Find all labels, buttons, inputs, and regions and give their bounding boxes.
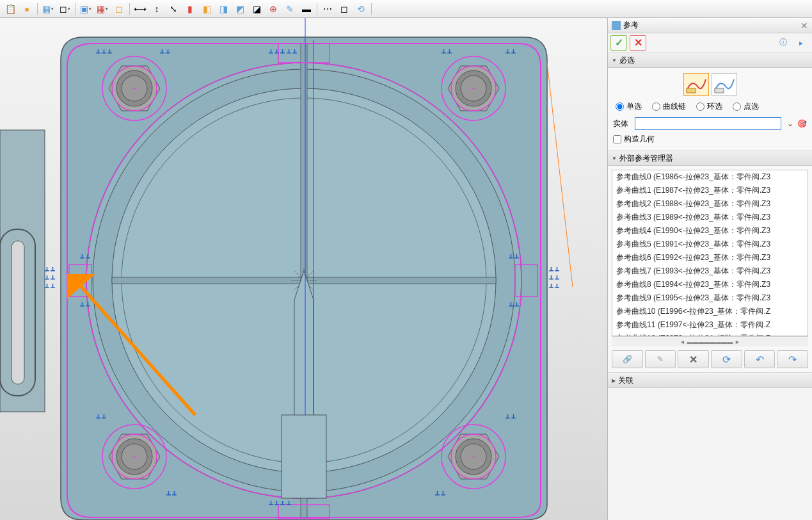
section-assoc-header[interactable]: 关联	[608, 373, 812, 388]
list-item[interactable]: 参考曲线7 (E1993<-拉伸23_基体：零件阀.Z3	[612, 264, 808, 278]
panel-header: 参考 ✕	[608, 18, 812, 33]
h-scrollbar[interactable]: ◄ ▬▬▬▬▬▬▬▬ ►	[612, 336, 808, 346]
svg-text:⊥ ⊥: ⊥ ⊥	[506, 414, 516, 419]
list-item[interactable]: 参考曲线5 (E1991<-拉伸23_基体：零件阀.Z3	[612, 238, 808, 251]
section-extref-label: 外部参考管理器	[619, 153, 673, 164]
svg-text:⊥ ⊥: ⊥ ⊥	[166, 491, 177, 496]
window-icon[interactable]: ▣	[78, 2, 93, 16]
panel-icon	[612, 21, 621, 30]
cancel-button[interactable]: ✕	[630, 35, 646, 51]
layer-icon[interactable]: ◪	[249, 2, 264, 16]
entity-label: 实体	[613, 118, 631, 129]
section-extref-body: 参考曲线0 (E1986<-拉伸23_基体：零件阀.Z3参考曲线1 (E1987…	[608, 166, 812, 373]
paste-icon[interactable]: 📋	[3, 2, 18, 16]
reference-panel: 参考 ✕ ✓ ✕ ⓘ ▸ 必选	[607, 18, 812, 520]
grid-icon[interactable]: ▦	[95, 2, 110, 16]
svg-text:⊥ ⊥: ⊥ ⊥	[435, 491, 445, 496]
edit-button[interactable]: ✎	[645, 350, 676, 368]
box-wire-icon[interactable]: ▦	[40, 2, 56, 16]
radio-ring[interactable]: 环选	[696, 101, 722, 112]
svg-text:⊥ ⊥: ⊥ ⊥	[506, 49, 516, 54]
radio-point[interactable]: 点选	[733, 101, 759, 112]
shade-icon[interactable]: ▬	[299, 2, 314, 16]
svg-text:⊥ ⊥: ⊥ ⊥	[80, 254, 90, 259]
refresh-button[interactable]: ⟳	[711, 350, 742, 368]
delete-button[interactable]: ✕	[678, 350, 709, 368]
select-box-icon[interactable]: ◻	[337, 2, 352, 16]
list-item[interactable]: 参考曲线2 (E1988<-拉伸23_基体：零件阀.Z3	[612, 197, 808, 211]
pencil-icon[interactable]: ✎	[282, 2, 298, 16]
svg-line-61	[547, 63, 573, 287]
dots-icon[interactable]: ⋯	[320, 2, 335, 16]
section-required-label: 必选	[619, 55, 635, 66]
section-required-header[interactable]: 必选	[608, 53, 812, 68]
undo-button[interactable]: ↶	[744, 350, 776, 368]
main-toolbar: 📋●▦◻▣▦◻⟷↕⤡▮◧◨◩◪⊕✎▬⋯◻⟲	[0, 0, 812, 18]
blank-icon[interactable]: ◻	[111, 2, 127, 16]
list-item[interactable]: 参考曲线1 (E1987<-拉伸23_基体：零件阀.Z3	[612, 184, 808, 197]
measure-icon[interactable]: ◧	[199, 2, 214, 16]
svg-rect-64	[715, 88, 724, 93]
list-item[interactable]: 参考曲线3 (E1989<-拉伸23_基体：零件阀.Z3	[612, 211, 808, 224]
cad-drawing: + + +	[0, 18, 607, 520]
panel-actionbar: ✓ ✕ ⓘ ▸	[608, 33, 812, 53]
radio-single[interactable]: 单选	[616, 101, 642, 112]
construct-geom-checkbox[interactable]	[613, 135, 621, 143]
list-item[interactable]: 参考曲线12 (E2076<-拉伸24_切除：零件阀.Z	[612, 332, 808, 336]
sphere-icon[interactable]: ●	[19, 2, 35, 16]
section-assoc-label: 关联	[618, 375, 633, 386]
expand-icon[interactable]: ⌄	[785, 118, 795, 129]
svg-text:+: +	[132, 85, 136, 92]
list-item[interactable]: 参考曲线10 (E1996<-拉伸23_基体：零件阀.Z	[612, 305, 808, 318]
svg-text:⊥ ⊥: ⊥ ⊥	[509, 302, 519, 307]
svg-text:⊥ ⊥: ⊥ ⊥	[45, 283, 55, 289]
target-icon[interactable]: ⊕	[266, 2, 281, 16]
bolt-tl: +	[102, 56, 166, 120]
ref-edit-buttons: 🔗 ✎ ✕ ⟳ ↶ ↷	[612, 350, 808, 368]
svg-text:⊥ ⊥: ⊥ ⊥	[45, 266, 55, 272]
dim-v-icon[interactable]: ↕	[149, 2, 164, 16]
list-item[interactable]: 参考曲线11 (E1997<-拉伸23_基体：零件阀.Z	[612, 318, 808, 332]
entity-input[interactable]	[635, 117, 781, 130]
cad-viewport[interactable]: + + +	[0, 18, 607, 520]
svg-text:⊥ ⊥: ⊥ ⊥	[549, 275, 559, 280]
svg-text:⊥ ⊥: ⊥ ⊥	[80, 302, 90, 307]
svg-rect-2	[12, 241, 24, 384]
section-extref-header[interactable]: 外部参考管理器	[608, 150, 812, 166]
box-icon[interactable]: ◻	[57, 2, 72, 16]
svg-rect-63	[687, 88, 696, 93]
close-icon[interactable]: ✕	[800, 20, 808, 31]
list-item[interactable]: 参考曲线6 (E1992<-拉伸23_基体：零件阀.Z3	[612, 251, 808, 264]
svg-text:⊥ ⊥: ⊥ ⊥	[160, 49, 170, 54]
info-icon[interactable]: ⓘ	[775, 35, 792, 51]
cube-icon[interactable]: ◩	[232, 2, 248, 16]
selection-mode-radios: 单选 曲线链 环选 点选	[613, 101, 807, 112]
colors-icon[interactable]: ▮	[182, 2, 198, 16]
svg-text:⊥ ⊥: ⊥ ⊥	[96, 414, 106, 419]
svg-text:⊥ ⊥: ⊥ ⊥	[509, 254, 519, 259]
reference-list[interactable]: 参考曲线0 (E1986<-拉伸23_基体：零件阀.Z3参考曲线1 (E1987…	[612, 170, 808, 336]
dim-h-icon[interactable]: ⟷	[132, 2, 148, 16]
pick-icon[interactable]: 🎯	[797, 118, 807, 129]
redo-button[interactable]: ↷	[777, 350, 808, 368]
ok-button[interactable]: ✓	[610, 35, 627, 51]
pin-icon[interactable]: ▸	[793, 35, 809, 51]
list-item[interactable]: 参考曲线9 (E1995<-拉伸23_基体：零件阀.Z3	[612, 291, 808, 305]
list-item[interactable]: 参考曲线0 (E1986<-拉伸23_基体：零件阀.Z3	[612, 170, 808, 184]
iso-icon[interactable]: ◨	[216, 2, 231, 16]
ref-mode-2-button[interactable]	[712, 73, 737, 96]
svg-text:⊥ ⊥: ⊥ ⊥	[442, 49, 452, 54]
panel-title: 参考	[623, 20, 639, 31]
svg-text:+: +	[472, 85, 475, 92]
ref-mode-1-button[interactable]	[683, 73, 709, 96]
list-item[interactable]: 参考曲线8 (E1994<-拉伸23_基体：零件阀.Z3	[612, 278, 808, 291]
svg-text:⊥ ⊥: ⊥ ⊥	[549, 266, 559, 272]
svg-text:⊥ ⊥ ⊥ ⊥ ⊥: ⊥ ⊥ ⊥ ⊥ ⊥	[269, 49, 297, 54]
rotate-icon[interactable]: ⟲	[353, 2, 369, 16]
svg-rect-10	[282, 415, 326, 498]
list-item[interactable]: 参考曲线4 (E1990<-拉伸23_基体：零件阀.Z3	[612, 224, 808, 238]
dim-align-icon[interactable]: ⤡	[166, 2, 181, 16]
link-button[interactable]: 🔗	[612, 350, 643, 368]
svg-text:⊥ ⊥ ⊥: ⊥ ⊥ ⊥	[96, 49, 112, 54]
radio-curve-chain[interactable]: 曲线链	[652, 101, 686, 112]
